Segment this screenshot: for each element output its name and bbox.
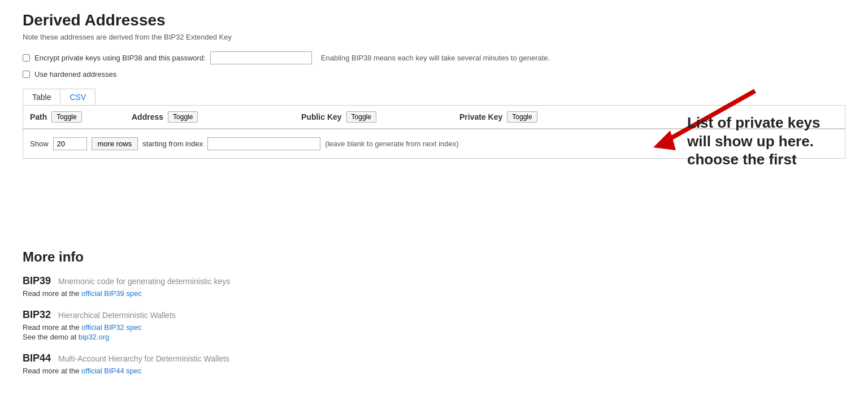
col-pubkey: Public Key Toggle [301, 111, 459, 123]
more-info-title: More info [23, 249, 845, 265]
hardened-label: Use hardened addresses [34, 70, 116, 79]
bip39-spec-link[interactable]: official BIP39 spec [81, 289, 142, 298]
path-toggle-button[interactable]: Toggle [51, 111, 81, 123]
bip44-title: BIP44 Multi-Account Hierarchy for Determ… [23, 352, 845, 364]
encrypt-label: Encrypt private keys using BIP38 and thi… [34, 54, 206, 62]
encrypt-note: Enabling BIP38 means each key will take … [321, 54, 550, 62]
page-title: Derived Addresses [23, 11, 845, 29]
bip32-read-more: Read more at the official BIP32 spec [23, 323, 845, 332]
pubkey-toggle-button[interactable]: Toggle [346, 111, 376, 123]
hardened-option-row: Use hardened addresses [23, 70, 845, 79]
col-path: Path Toggle [30, 111, 132, 123]
tab-csv[interactable]: CSV [60, 89, 95, 105]
bip44-read-more: Read more at the official BIP44 spec [23, 367, 845, 375]
bip32-spec-link[interactable]: official BIP32 spec [81, 323, 142, 332]
page-subtitle: Note these addresses are derived from th… [23, 33, 845, 41]
privkey-label: Private Key [459, 112, 502, 121]
privkey-toggle-button[interactable]: Toggle [507, 111, 537, 123]
bip32-see-demo: See the demo at bip32.org [23, 333, 845, 341]
address-label: Address [132, 112, 163, 121]
hardened-checkbox[interactable] [23, 71, 30, 78]
tabs-row: Table CSV [23, 89, 96, 105]
bip32-title: BIP32 Hierarchical Deterministic Wallets [23, 309, 845, 321]
bip44-spec-link[interactable]: official BIP44 spec [81, 367, 142, 375]
encrypt-checkbox[interactable] [23, 54, 30, 62]
bip32-subtitle: Hierarchical Deterministic Wallets [58, 311, 176, 320]
bip44-block: BIP44 Multi-Account Hierarchy for Determ… [23, 352, 845, 375]
leave-blank-note: (leave blank to generate from next index… [325, 140, 458, 148]
show-label: Show [30, 140, 49, 148]
starting-label: starting from index [142, 140, 203, 148]
svg-marker-1 [653, 130, 676, 150]
encrypt-option-row: Encrypt private keys using BIP38 and thi… [23, 51, 845, 64]
bip39-title: BIP39 Mnemonic code for generating deter… [23, 275, 845, 287]
rows-count-input[interactable]: 20 [53, 137, 87, 150]
bip39-subtitle: Mnemonic code for generating determinist… [58, 277, 230, 286]
bip32-block: BIP32 Hierarchical Deterministic Wallets… [23, 309, 845, 341]
pubkey-label: Public Key [301, 112, 342, 121]
bip39-read-more: Read more at the official BIP39 spec [23, 289, 845, 298]
col-address: Address Toggle [132, 111, 301, 123]
bip39-block: BIP39 Mnemonic code for generating deter… [23, 275, 845, 298]
more-info-section: More info BIP39 Mnemonic code for genera… [23, 249, 845, 375]
bip32-demo-link[interactable]: bip32.org [79, 333, 109, 341]
address-toggle-button[interactable]: Toggle [168, 111, 198, 123]
tab-table[interactable]: Table [23, 89, 60, 105]
index-input[interactable] [207, 137, 320, 150]
path-label: Path [30, 112, 47, 121]
more-rows-button[interactable]: more rows [92, 137, 138, 150]
encrypt-password-input[interactable] [210, 51, 312, 64]
annotation-text: List of private keys will show up here. … [687, 114, 834, 169]
bip44-subtitle: Multi-Account Hierarchy for Deterministi… [58, 354, 229, 363]
